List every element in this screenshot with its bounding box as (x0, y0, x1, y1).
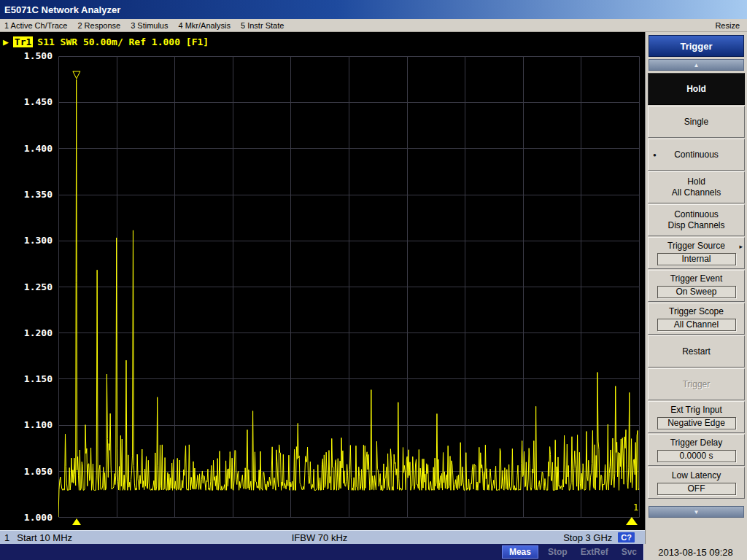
scroll-down-icon: ▼ (694, 509, 700, 516)
softkey-sublabel: All Channels (672, 187, 721, 198)
marker1-stimulus-triangle[interactable] (72, 518, 81, 525)
y-axis-label: 1.300 (0, 235, 53, 246)
softkey-label: Hold (686, 84, 706, 95)
scroll-up-icon: ▲ (694, 62, 700, 69)
e5071c-screen: E5071C Network Analyzer 1 Active Ch/Trac… (0, 0, 747, 560)
softkey-value: Negative Edge (657, 417, 736, 429)
softkey-label: Restart (682, 346, 711, 357)
softkey-scroll-up[interactable]: ▲ (649, 59, 744, 71)
channel-bar-right: Stop 3 GHz C? (425, 532, 645, 543)
y-axis-label: 1.250 (0, 281, 53, 293)
softkey-label: Trigger (683, 379, 711, 390)
menu-item-instr-state[interactable]: 5 Instr State (241, 21, 284, 30)
stop-frequency: Stop 3 GHz (563, 532, 612, 543)
selection-dot-icon: ● (653, 152, 657, 158)
softkey-panel: Trigger ▲ Hold Single ● Continuous Hold … (645, 32, 747, 544)
trace1-badge: Tr1 (13, 36, 33, 47)
ifbw-readout: IFBW 70 kHz (214, 532, 425, 543)
submenu-arrow-icon: ▸ (739, 243, 743, 250)
softkey-scroll-down[interactable]: ▼ (649, 506, 744, 518)
trace1-format-info: S11 SWR 50.00m/ Ref 1.000 [F1] (37, 36, 209, 47)
swr-trace-plot[interactable] (58, 56, 640, 518)
sweep-end-triangle (626, 517, 638, 525)
softkey-label: Trigger Event (670, 273, 723, 284)
status-svc: Svc (622, 547, 637, 557)
y-axis-label: 1.400 (0, 143, 53, 155)
y-axis-label: 1.500 (0, 50, 53, 62)
softkey-trigger-event[interactable]: Trigger Event On Sweep (648, 270, 745, 302)
window-title: E5071C Network Analyzer (0, 4, 120, 15)
y-axis-label: 1.200 (0, 327, 53, 339)
y-axis-label: 1.050 (0, 466, 53, 478)
softkey-ext-trig-input[interactable]: Ext Trig Input Negative Edge (648, 401, 745, 433)
softkey-label: Trigger Delay (670, 438, 723, 448)
channel-status-bar: 1 Start 10 MHz IFBW 70 kHz Stop 3 GHz C? (0, 530, 645, 544)
softkey-continuous-disp-channels[interactable]: Continuous Disp Channels (648, 204, 745, 236)
softkey-value: Internal (657, 253, 736, 265)
softkey-label: Trigger Source (667, 241, 725, 252)
window-titlebar: E5071C Network Analyzer (0, 0, 747, 19)
softkey-menu-title: Trigger (649, 35, 744, 57)
y-axis-label: 1.000 (0, 512, 53, 524)
y-axis-label: 1.150 (0, 373, 53, 385)
channel-number: 1 (4, 532, 9, 543)
plot-area: ▶ Tr1 S11 SWR 50.00m/ Ref 1.000 [F1] >1 … (0, 32, 645, 530)
softkey-label: Continuous (674, 149, 719, 160)
softkey-label: Continuous (674, 209, 719, 220)
softkey-single[interactable]: Single (648, 106, 745, 138)
softkey-value: On Sweep (657, 286, 736, 298)
softkey-label: Ext Trig Input (670, 405, 722, 416)
softkey-trigger: Trigger (648, 368, 745, 400)
menu-bar: 1 Active Ch/Trace 2 Response 3 Stimulus … (0, 19, 747, 32)
main-area: ▶ Tr1 S11 SWR 50.00m/ Ref 1.000 [F1] >1 … (0, 32, 747, 544)
softkey-trigger-source[interactable]: ▸ Trigger Source Internal (648, 237, 745, 269)
softkey-value: All Channel (657, 319, 736, 331)
trace-header: ▶ Tr1 S11 SWR 50.00m/ Ref 1.000 [F1] (3, 36, 209, 47)
status-stop: Stop (548, 547, 568, 557)
menu-item-active-ch-trace[interactable]: 1 Active Ch/Trace (4, 21, 67, 30)
softkey-continuous[interactable]: ● Continuous (648, 139, 745, 171)
menu-resize[interactable]: Resize (715, 21, 740, 30)
status-extref: ExtRef (581, 547, 608, 557)
softkey-value: 0.0000 s (657, 450, 736, 462)
softkey-label: Hold (687, 176, 705, 187)
softkey-restart[interactable]: Restart (648, 335, 745, 368)
softkey-label: Trigger Scope (669, 306, 724, 317)
softkey-hold-all-channels[interactable]: Hold All Channels (648, 171, 745, 203)
softkey-label: Low Latency (672, 470, 721, 481)
cal-status-badge: C? (618, 532, 635, 542)
active-trace-arrow-icon: ▶ (3, 36, 9, 47)
trace-number-indicator: 1 (633, 502, 638, 513)
plot-column: ▶ Tr1 S11 SWR 50.00m/ Ref 1.000 [F1] >1 … (0, 32, 645, 544)
y-axis-label: 1.100 (0, 419, 53, 431)
softkey-trigger-delay[interactable]: Trigger Delay 0.0000 s (648, 434, 745, 466)
status-datetime: 2013-08-15 09:28 (643, 544, 747, 560)
status-meas: Meas (502, 545, 538, 559)
softkey-low-latency[interactable]: Low Latency OFF (648, 467, 745, 499)
menu-item-mkr-analysis[interactable]: 4 Mkr/Analysis (178, 21, 231, 30)
softkey-value: OFF (657, 483, 736, 495)
y-axis-label: 1.350 (0, 189, 53, 201)
menu-item-response[interactable]: 2 Response (77, 21, 120, 30)
channel-bar-left: 1 Start 10 MHz (0, 532, 214, 543)
softkey-sublabel: Disp Channels (667, 220, 724, 231)
menu-item-stimulus[interactable]: 3 Stimulus (131, 21, 168, 30)
y-axis-label: 1.450 (0, 96, 53, 108)
start-frequency: Start 10 MHz (17, 532, 72, 543)
softkey-label: Single (684, 117, 708, 128)
instrument-status-bar: Meas Stop ExtRef Svc 2013-08-15 09:28 (0, 544, 747, 560)
softkey-hold[interactable]: Hold (648, 73, 745, 105)
softkey-trigger-scope[interactable]: Trigger Scope All Channel (648, 303, 745, 335)
